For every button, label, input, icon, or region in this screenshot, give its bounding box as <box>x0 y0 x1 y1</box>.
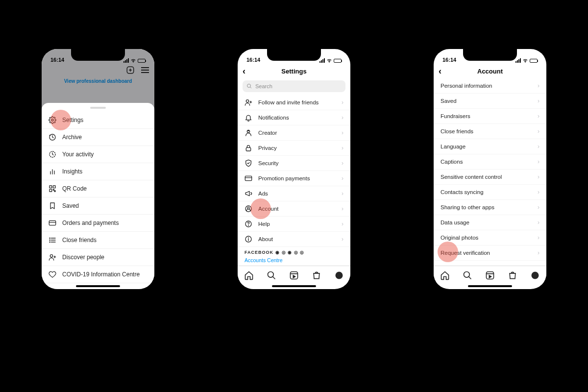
settings-item-promotion-payments[interactable]: Promotion payments › <box>238 171 350 186</box>
settings-item-security[interactable]: Security › <box>238 156 350 171</box>
chevron-right-icon: › <box>342 175 343 182</box>
phone-2: 16:14 ‹ Settings Search Follow and invit… <box>233 44 355 294</box>
back-button[interactable]: ‹ <box>439 67 441 75</box>
tab-home[interactable] <box>440 270 450 280</box>
status-bar: 16:14 <box>238 49 350 64</box>
account-item-data[interactable]: Data usage › <box>434 215 546 230</box>
card-icon <box>245 174 252 182</box>
settings-item-help[interactable]: Help › <box>238 217 350 232</box>
search-input[interactable]: Search <box>243 80 345 92</box>
account-item-original[interactable]: Original photos › <box>434 230 546 245</box>
battery-icon <box>530 59 538 63</box>
menu-item-orders[interactable]: Orders and payments <box>42 215 154 232</box>
svg-rect-12 <box>49 186 52 188</box>
wifi-icon <box>326 58 332 63</box>
chevron-right-icon: › <box>342 160 343 167</box>
account-item-sharing[interactable]: Sharing to other apps › <box>434 200 546 215</box>
chevron-right-icon: › <box>342 129 343 136</box>
menu-item-insights[interactable]: Insights <box>42 163 154 180</box>
tab-search[interactable] <box>267 270 276 280</box>
menu-item-close-friends[interactable]: Close friends <box>42 232 154 249</box>
search-icon <box>246 83 252 89</box>
account-header: ‹ Account <box>434 64 546 78</box>
account-item-label: Saved <box>441 98 457 104</box>
settings-item-label: Security <box>258 160 279 166</box>
tab-reels[interactable] <box>289 270 299 280</box>
tab-profile[interactable] <box>334 270 344 280</box>
settings-item-follow-invite[interactable]: Follow and invite friends › <box>238 95 350 110</box>
profile-menu-list: Settings Archive Your activity Insights … <box>42 112 154 283</box>
account-item-sensitive[interactable]: Sensitive content control › <box>434 170 546 185</box>
svg-point-24 <box>49 242 50 242</box>
settings-item-account[interactable]: Account › <box>238 201 350 217</box>
chevron-right-icon: › <box>342 145 343 151</box>
tab-bar <box>434 266 546 284</box>
chevron-right-icon: › <box>538 143 539 150</box>
settings-item-about[interactable]: About › <box>238 232 350 247</box>
menu-item-label: COVID-19 Information Centre <box>62 271 140 278</box>
chevron-right-icon: › <box>538 173 539 180</box>
wifi-icon <box>522 58 528 63</box>
menu-item-archive[interactable]: Archive <box>42 129 154 146</box>
account-item-personal-info[interactable]: Personal information › <box>434 78 546 94</box>
menu-item-label: Archive <box>62 134 82 141</box>
settings-item-creator[interactable]: Creator › <box>238 125 350 141</box>
account-item-label: Data usage <box>441 220 469 225</box>
account-item-label: Close friends <box>441 128 473 134</box>
wifi-icon <box>130 58 136 63</box>
back-button[interactable]: ‹ <box>243 67 245 75</box>
account-item-close-friends[interactable]: Close friends › <box>434 124 546 139</box>
settings-item-label: About <box>258 236 273 242</box>
settings-item-label: Creator <box>258 130 277 136</box>
menu-item-saved[interactable]: Saved <box>42 197 154 215</box>
menu-item-covid[interactable]: COVID-19 Information Centre <box>42 266 154 283</box>
battery-icon <box>138 59 146 63</box>
settings-item-label: Privacy <box>258 145 277 151</box>
phone-1-screen: 16:14 View professional dashboard <box>42 49 154 289</box>
menu-item-label: Insights <box>62 168 82 175</box>
tab-shop[interactable] <box>312 270 321 280</box>
account-item-verification[interactable]: Request verification › <box>434 245 546 261</box>
account-item-fundraisers[interactable]: Fundraisers › <box>434 109 546 124</box>
account-item-label: Contacts syncing <box>441 189 484 195</box>
star-icon <box>245 129 252 137</box>
settings-item-notifications[interactable]: Notifications › <box>238 110 350 125</box>
svg-rect-46 <box>291 271 298 279</box>
tab-shop[interactable] <box>508 270 517 280</box>
chevron-right-icon: › <box>538 82 539 89</box>
tab-reels[interactable] <box>485 270 495 280</box>
svg-point-23 <box>49 240 50 240</box>
menu-item-qr[interactable]: QR Code <box>42 180 154 197</box>
tab-home[interactable] <box>244 270 254 280</box>
saved-icon <box>49 202 56 210</box>
menu-item-discover[interactable]: Discover people <box>42 249 154 266</box>
menu-item-settings[interactable]: Settings <box>42 112 154 129</box>
menu-item-activity[interactable]: Your activity <box>42 146 154 163</box>
account-item-contacts[interactable]: Contacts syncing › <box>434 185 546 200</box>
tab-search[interactable] <box>463 270 472 280</box>
home-indicator[interactable] <box>272 285 316 287</box>
account-item-label: Language <box>441 144 466 149</box>
tab-profile[interactable] <box>530 270 540 280</box>
facebook-brand: FACEBOOK ◉ ◎ ◉ ◎ ◎ <box>245 250 343 256</box>
account-item-saved[interactable]: Saved › <box>434 94 546 109</box>
home-indicator[interactable] <box>468 285 512 287</box>
accounts-centre-link[interactable]: Accounts Centre <box>245 257 343 264</box>
svg-point-6 <box>51 119 53 121</box>
account-item-language[interactable]: Language › <box>434 139 546 154</box>
account-item-captions[interactable]: Captions › <box>434 154 546 170</box>
sheet-handle[interactable] <box>90 107 106 109</box>
menu-item-label: Discover people <box>62 254 104 261</box>
chevron-right-icon: › <box>538 204 539 211</box>
svg-point-49 <box>464 271 470 277</box>
phone-3: 16:14 ‹ Account Personal information ›Sa… <box>429 44 551 294</box>
settings-item-label: Notifications <box>258 115 289 121</box>
chevron-right-icon: › <box>342 190 343 197</box>
settings-item-ads[interactable]: Ads › <box>238 186 350 201</box>
menu-item-label: Orders and payments <box>62 220 119 226</box>
account-item-label: Sensitive content control <box>441 174 502 180</box>
tab-bar <box>238 266 350 284</box>
settings-item-privacy[interactable]: Privacy › <box>238 141 350 156</box>
phone-3-screen: 16:14 ‹ Account Personal information ›Sa… <box>434 49 546 289</box>
home-indicator[interactable] <box>76 285 120 287</box>
